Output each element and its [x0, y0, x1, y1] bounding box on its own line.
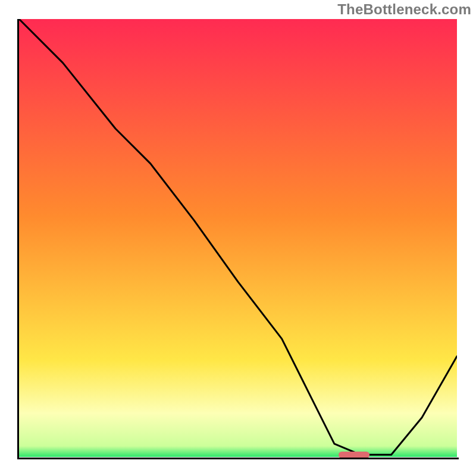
watermark-text: TheBottleneck.com: [337, 1, 471, 18]
y-axis-line: [17, 19, 19, 459]
gradient-background: [19, 19, 457, 457]
x-axis-line: [17, 458, 459, 459]
plot-svg: [19, 19, 457, 457]
optimal-range-marker: [339, 452, 369, 458]
plot-area: [19, 19, 457, 457]
chart-container: TheBottleneck.com: [0, 0, 476, 476]
